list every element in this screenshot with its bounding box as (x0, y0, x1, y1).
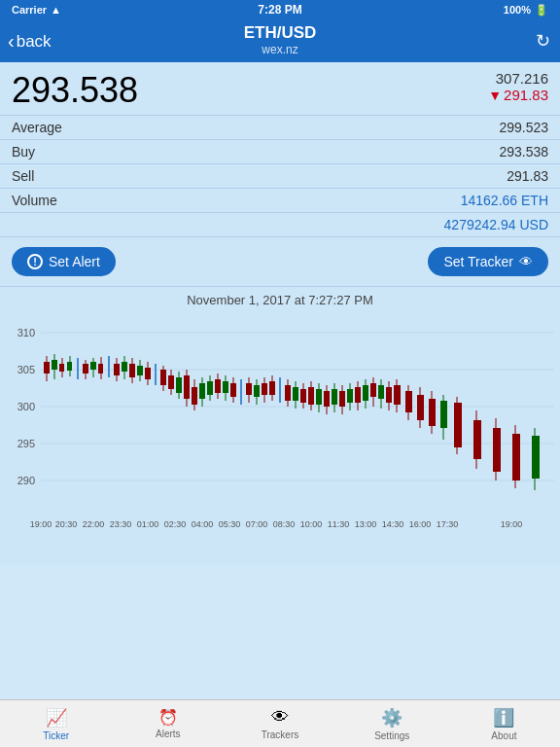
svg-text:04:00: 04:00 (192, 519, 214, 529)
stat-row-buy: Buy 293.538 (0, 139, 560, 163)
arrow-down-icon: ▼ (488, 88, 502, 103)
eye-icon: 👁 (519, 254, 533, 269)
svg-text:20:30: 20:30 (55, 519, 78, 529)
carrier-label: Carrier (12, 4, 47, 16)
svg-text:290: 290 (18, 475, 35, 486)
svg-rect-52 (145, 368, 151, 379)
svg-rect-97 (332, 389, 337, 405)
svg-rect-44 (114, 364, 120, 375)
tab-trackers[interactable]: 👁 Trackers (224, 703, 335, 744)
stat-value-volume-eth: 14162.66 ETH (461, 193, 548, 208)
stat-label-volume: Volume (12, 193, 57, 208)
tab-alerts-label: Alerts (156, 729, 181, 739)
svg-rect-71 (223, 381, 228, 393)
nav-title-block: ETH/USD wex.nz (0, 23, 560, 56)
price-change-value: 291.83 (504, 87, 548, 103)
stat-label-sell: Sell (12, 168, 34, 184)
tab-ticker[interactable]: 📈 Ticker (0, 703, 112, 745)
svg-rect-78 (254, 385, 260, 397)
status-right: 100% 🔋 (504, 4, 548, 17)
stat-row-volume: Volume 14162.66 ETH (0, 188, 560, 212)
svg-rect-117 (417, 395, 424, 420)
svg-rect-89 (300, 389, 306, 403)
svg-rect-61 (184, 375, 190, 399)
svg-rect-131 (532, 436, 540, 479)
nav-bar: ‹ back ETH/USD wex.nz ↻ (0, 19, 560, 62)
stat-row-sell: Sell 291.83 (0, 163, 560, 188)
svg-text:23:30: 23:30 (110, 519, 132, 529)
svg-rect-76 (246, 383, 252, 395)
svg-text:300: 300 (18, 401, 35, 412)
svg-rect-82 (269, 381, 275, 395)
svg-text:16:00: 16:00 (409, 519, 432, 529)
svg-text:19:00: 19:00 (501, 519, 523, 529)
stat-label-buy: Buy (12, 144, 35, 160)
tab-bar: 📈 Ticker ⏰ Alerts 👁 Trackers ⚙️ Settings… (0, 699, 560, 747)
svg-rect-109 (378, 385, 384, 399)
tab-settings-label: Settings (374, 730, 409, 741)
set-alert-button[interactable]: ! Set Alert (12, 247, 116, 276)
svg-rect-55 (160, 370, 166, 385)
tab-trackers-label: Trackers (262, 729, 299, 740)
status-left: Carrier ▲ (12, 4, 61, 16)
trackers-icon: 👁 (271, 707, 289, 728)
svg-rect-39 (90, 362, 96, 370)
svg-rect-85 (285, 385, 291, 401)
stat-value-volume-usd: 4279242.94 USD (444, 217, 548, 232)
refresh-button[interactable]: ↻ (536, 30, 550, 52)
svg-rect-37 (83, 364, 88, 374)
price-header: 293.538 307.216 ▼ 291.83 (0, 62, 560, 115)
svg-rect-41 (98, 364, 103, 374)
svg-text:17:30: 17:30 (437, 519, 459, 529)
svg-rect-59 (176, 377, 182, 393)
svg-rect-115 (405, 391, 412, 412)
tab-settings[interactable]: ⚙️ Settings (336, 703, 448, 745)
svg-text:11:30: 11:30 (328, 519, 350, 529)
svg-rect-95 (324, 391, 330, 407)
battery-label: 100% (504, 4, 531, 16)
svg-rect-30 (52, 360, 57, 370)
svg-rect-99 (339, 391, 345, 407)
svg-text:310: 310 (18, 327, 35, 338)
ticker-icon: 📈 (46, 707, 67, 729)
timestamp: November 1, 2017 at 7:27:27 PM (0, 286, 560, 313)
svg-text:14:30: 14:30 (382, 519, 404, 529)
svg-rect-73 (230, 383, 236, 397)
about-icon: ℹ️ (493, 707, 514, 729)
main-price: 293.538 (12, 70, 138, 111)
svg-text:08:30: 08:30 (273, 519, 296, 529)
status-bar: Carrier ▲ 7:28 PM 100% 🔋 (0, 0, 560, 19)
alert-button-label: Set Alert (49, 254, 100, 269)
svg-rect-87 (293, 387, 298, 401)
settings-icon: ⚙️ (381, 707, 402, 729)
svg-rect-50 (137, 366, 143, 375)
svg-rect-48 (129, 364, 135, 377)
svg-rect-69 (215, 379, 221, 393)
svg-rect-107 (370, 383, 376, 397)
status-time: 7:28 PM (258, 3, 301, 17)
svg-text:05:30: 05:30 (219, 519, 241, 529)
chart-container: 310 305 300 295 290 19:00 20:30 22:00 23… (0, 313, 560, 564)
svg-rect-28 (44, 362, 50, 374)
svg-rect-32 (59, 364, 64, 372)
svg-rect-101 (347, 389, 353, 403)
stat-value-sell: 291.83 (507, 168, 548, 184)
tab-about[interactable]: ℹ️ About (448, 703, 560, 745)
set-tracker-button[interactable]: Set Tracker 👁 (428, 247, 548, 276)
svg-rect-125 (473, 420, 481, 459)
stat-value-buy: 293.538 (499, 144, 548, 160)
tab-about-label: About (491, 730, 516, 741)
tab-alerts[interactable]: ⏰ Alerts (112, 704, 224, 743)
svg-rect-57 (168, 375, 174, 389)
svg-rect-105 (363, 385, 368, 401)
svg-text:02:30: 02:30 (164, 519, 187, 529)
stat-row-average: Average 299.523 (0, 115, 560, 139)
svg-text:295: 295 (18, 438, 35, 449)
svg-text:19:00: 19:00 (30, 519, 52, 529)
candlestick-chart: 310 305 300 295 290 19:00 20:30 22:00 23… (0, 313, 560, 564)
svg-rect-103 (355, 387, 361, 403)
svg-rect-34 (67, 362, 72, 371)
wifi-icon: ▲ (51, 4, 61, 16)
svg-rect-123 (454, 403, 462, 447)
svg-rect-63 (192, 387, 197, 405)
